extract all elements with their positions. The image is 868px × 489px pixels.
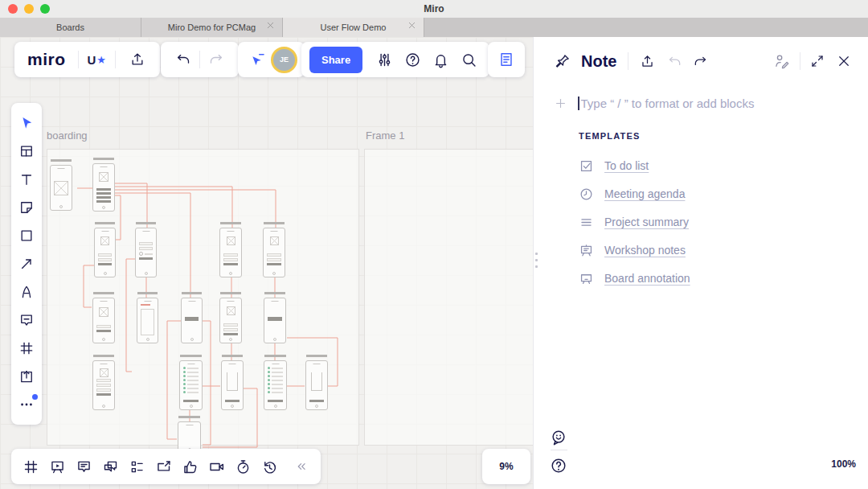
board-title-button[interactable]: U ★ — [88, 53, 107, 67]
note-panel: Note Type “ / ” to format or add blocks … — [533, 37, 868, 489]
coediting-icon[interactable] — [774, 53, 790, 69]
connection-line-tool[interactable] — [11, 250, 42, 277]
wireframe-phone-screen[interactable] — [137, 298, 158, 343]
star-icon: ★ — [96, 54, 106, 66]
panel-help-button[interactable] — [550, 457, 567, 475]
comments-panel-button[interactable] — [71, 449, 97, 484]
collaboration-toolbar — [11, 449, 321, 484]
tab-close-icon[interactable] — [266, 21, 275, 30]
note-editor-line[interactable]: Type “ / ” to format or add blocks — [554, 93, 850, 113]
clock-icon — [579, 187, 594, 202]
search-button[interactable] — [456, 47, 481, 72]
shapes-tool[interactable] — [11, 222, 42, 249]
screen-title-bar — [93, 355, 114, 357]
frame-label[interactable]: Frame 1 — [366, 129, 404, 142]
note-panel-card — [488, 42, 525, 77]
presentation-mode-button[interactable] — [44, 449, 71, 484]
wireframe-phone-screen[interactable] — [92, 360, 115, 410]
panel-title: Note — [581, 52, 616, 71]
board-info-card: miro U ★ — [14, 42, 160, 77]
wireframe-phone-screen[interactable] — [92, 298, 115, 343]
template-workshop-notes[interactable]: Workshop notes — [579, 241, 686, 259]
wireframe-phone-screen[interactable] — [221, 360, 244, 410]
cards-button[interactable] — [124, 449, 150, 484]
wireframe-phone-screen[interactable] — [92, 163, 115, 212]
screen-title-bar — [95, 222, 115, 224]
share-tools-card: Share — [301, 42, 489, 77]
note-export-button[interactable] — [640, 54, 655, 69]
export-board-button[interactable] — [125, 47, 150, 72]
close-panel-button[interactable] — [837, 54, 851, 68]
wireframe-phone-screen[interactable] — [264, 298, 286, 343]
screen-title-bar — [220, 222, 241, 224]
notifications-button[interactable] — [428, 47, 453, 72]
tab-boards[interactable]: Boards — [0, 18, 141, 37]
wireframe-phone-screen[interactable] — [50, 165, 72, 211]
text-tool[interactable] — [11, 166, 42, 193]
canvas-zoom-level[interactable]: 9% — [482, 449, 530, 484]
board-canvas[interactable]: boardingFrame 1 miro U ★ — [0, 37, 533, 489]
tab-user-flow-demo[interactable]: User Flow Demo — [283, 18, 424, 37]
frame-tool[interactable] — [11, 335, 42, 362]
board-frame[interactable] — [364, 149, 533, 446]
window-title: Miro — [0, 0, 868, 18]
annotation-board-icon — [579, 271, 594, 286]
screen-title-bar — [136, 222, 156, 224]
share-button[interactable]: Share — [309, 47, 362, 73]
wireframe-phone-screen[interactable] — [305, 360, 328, 410]
more-tools-button[interactable] — [11, 391, 42, 418]
video-chat-button[interactable] — [203, 449, 230, 484]
reactions-button[interactable] — [177, 449, 203, 484]
note-undo-button[interactable] — [667, 54, 682, 69]
wireframe-phone-screen[interactable] — [263, 228, 285, 277]
wireframe-phone-screen[interactable] — [135, 228, 157, 277]
wireframe-phone-screen[interactable] — [181, 298, 203, 343]
wireframe-phone-screen[interactable] — [219, 298, 242, 343]
chat-button[interactable] — [97, 449, 124, 484]
templates-heading: TEMPLATES — [579, 131, 641, 141]
templates-tool[interactable] — [11, 138, 42, 165]
template-project-summary[interactable]: Project summary — [579, 213, 689, 231]
note-redo-button[interactable] — [693, 54, 708, 69]
help-button[interactable] — [399, 47, 425, 72]
screen-title-bar — [264, 292, 285, 294]
frame-label[interactable]: boarding — [47, 129, 88, 142]
history-button[interactable] — [256, 449, 283, 484]
wireframe-phone-screen[interactable] — [94, 228, 116, 277]
tab-bar: BoardsMiro Demo for PCMagUser Flow Demo — [0, 18, 868, 37]
pen-tool[interactable] — [11, 278, 42, 306]
tab-miro-demo-for-pcmag[interactable]: Miro Demo for PCMag — [141, 18, 283, 37]
comment-tool[interactable] — [11, 306, 42, 334]
screen-share-button[interactable] — [150, 449, 177, 484]
text-cursor — [578, 97, 579, 110]
avatar[interactable]: JE — [271, 47, 297, 73]
select-tool[interactable] — [11, 109, 42, 137]
redo-button[interactable] — [203, 47, 229, 72]
collaborator-cursors-button[interactable] — [245, 47, 271, 72]
upload-tool[interactable] — [11, 363, 42, 390]
panel-resize-handle[interactable] — [535, 253, 538, 268]
sticky-note-tool[interactable] — [11, 194, 42, 221]
miro-logo[interactable]: miro — [24, 50, 69, 69]
template-meeting-agenda[interactable]: Meeting agenda — [579, 185, 685, 203]
pin-icon[interactable] — [555, 53, 571, 69]
wireframe-phone-screen[interactable] — [264, 360, 287, 410]
template-board-annotation[interactable]: Board annotation — [579, 269, 690, 287]
summary-lines-icon — [579, 215, 594, 230]
feedback-button[interactable] — [550, 429, 567, 446]
undo-button[interactable] — [170, 47, 196, 72]
timer-button[interactable] — [230, 449, 256, 484]
collapse-toolbar-button[interactable] — [288, 449, 314, 484]
note-panel-button[interactable] — [493, 47, 519, 72]
tab-close-icon[interactable] — [407, 21, 416, 30]
expand-panel-button[interactable] — [810, 54, 825, 68]
wireframe-phone-screen[interactable] — [179, 360, 203, 410]
screen-title-bar — [93, 292, 114, 294]
frames-panel-button[interactable] — [18, 449, 44, 484]
add-block-button[interactable] — [554, 97, 567, 110]
note-zoom-level[interactable]: 100% — [831, 458, 856, 470]
board-settings-button[interactable] — [371, 47, 397, 72]
template-to-do-list[interactable]: To do list — [579, 157, 649, 175]
wireframe-phone-screen[interactable] — [219, 228, 242, 277]
note-panel-header: Note — [555, 48, 851, 74]
